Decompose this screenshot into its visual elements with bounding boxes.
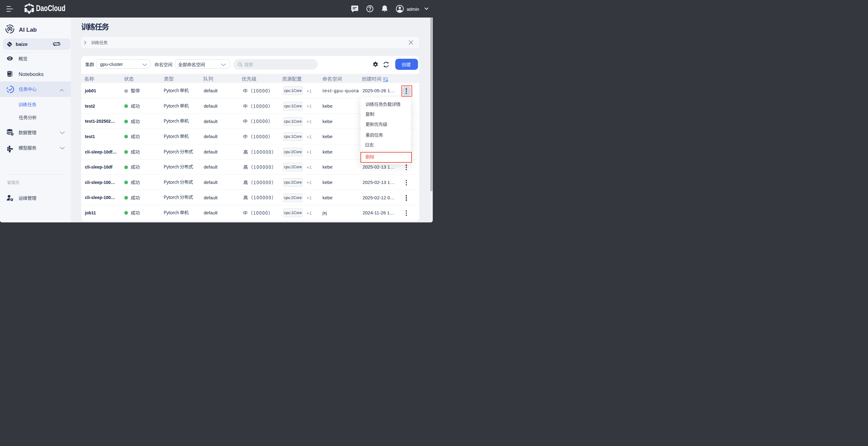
svg-text:DaoCloud: DaoCloud [36,4,65,13]
